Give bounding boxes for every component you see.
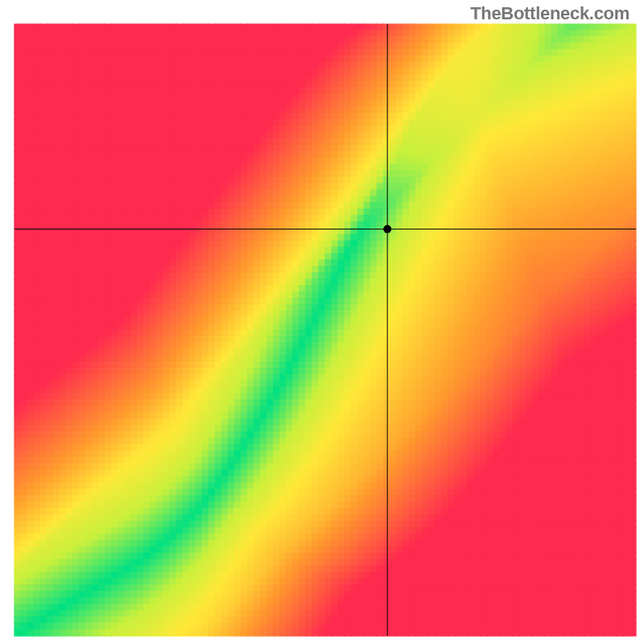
svg-rect-21 — [150, 23, 157, 31]
svg-rect-7407 — [111, 514, 118, 522]
svg-rect-59 — [396, 23, 403, 31]
svg-rect-7306 — [79, 508, 86, 515]
svg-rect-234 — [286, 36, 293, 43]
svg-rect-1452 — [92, 119, 99, 126]
svg-rect-5866 — [79, 412, 86, 419]
svg-rect-482 — [27, 56, 34, 63]
svg-rect-3312 — [324, 241, 332, 248]
svg-rect-892 — [196, 81, 203, 89]
svg-rect-8720 — [532, 597, 539, 605]
svg-rect-6172 — [196, 431, 203, 439]
svg-rect-8755 — [137, 604, 144, 611]
svg-rect-5404 — [196, 381, 203, 388]
svg-rect-7979 — [85, 552, 93, 559]
svg-rect-9117 — [616, 623, 623, 630]
svg-rect-3454 — [622, 246, 630, 254]
svg-rect-7762 — [545, 534, 552, 541]
svg-rect-5745 — [539, 399, 546, 407]
svg-rect-5056 — [428, 355, 436, 362]
svg-rect-6295 — [370, 438, 378, 445]
svg-rect-2191 — [526, 164, 533, 171]
svg-rect-5465 — [590, 381, 597, 388]
svg-rect-6420 — [558, 444, 565, 452]
svg-rect-559 — [526, 56, 533, 63]
svg-rect-269 — [513, 36, 520, 43]
svg-rect-2506 — [79, 189, 86, 196]
svg-rect-4156 — [196, 298, 203, 305]
svg-rect-8957 — [202, 617, 209, 624]
svg-rect-6446 — [105, 451, 112, 458]
svg-rect-5144 — [377, 361, 384, 369]
svg-rect-8001 — [228, 552, 235, 559]
svg-rect-7973 — [47, 552, 54, 559]
svg-rect-7365 — [460, 508, 468, 515]
svg-rect-378 — [597, 43, 604, 50]
svg-rect-3806 — [415, 272, 423, 279]
svg-rect-5407 — [215, 381, 222, 388]
svg-rect-45 — [305, 23, 312, 31]
svg-rect-8210 — [337, 565, 345, 572]
svg-rect-977 — [124, 88, 131, 95]
svg-rect-8933 — [47, 617, 54, 624]
svg-rect-6193 — [331, 431, 338, 439]
svg-rect-6328 — [584, 438, 591, 445]
svg-rect-5527 — [370, 387, 378, 394]
svg-rect-7643 — [396, 527, 403, 535]
svg-rect-551 — [473, 56, 481, 63]
svg-rect-8031 — [422, 552, 429, 559]
svg-rect-7825 — [331, 540, 338, 547]
svg-rect-8553 — [72, 591, 80, 598]
svg-rect-1574 — [260, 126, 267, 133]
svg-rect-665 — [590, 62, 597, 69]
svg-rect-6240 — [14, 438, 21, 445]
svg-rect-2498 — [27, 189, 34, 196]
svg-rect-5506 — [234, 387, 242, 394]
svg-rect-3870 — [208, 279, 216, 286]
svg-rect-617 — [279, 62, 287, 69]
svg-rect-7001 — [590, 482, 597, 489]
svg-rect-4022 — [571, 285, 578, 292]
svg-rect-249 — [383, 36, 390, 43]
svg-rect-4689 — [539, 329, 546, 336]
svg-rect-8745 — [72, 604, 80, 611]
svg-rect-5601 — [228, 394, 235, 401]
svg-rect-6649 — [175, 464, 183, 471]
svg-rect-904 — [273, 81, 280, 89]
svg-rect-4539 — [189, 323, 196, 330]
svg-rect-9138 — [130, 629, 138, 636]
svg-rect-3522 — [441, 253, 448, 260]
svg-rect-6084 — [247, 425, 254, 432]
svg-rect-4664 — [377, 329, 384, 336]
svg-rect-6058 — [79, 425, 86, 432]
svg-rect-2658 — [441, 196, 448, 203]
svg-rect-3687 — [266, 266, 274, 273]
svg-rect-2956 — [506, 215, 514, 222]
svg-rect-2438 — [260, 183, 267, 190]
svg-rect-3682 — [234, 266, 242, 273]
svg-rect-4828 — [196, 342, 203, 349]
svg-rect-1563 — [189, 126, 196, 133]
svg-rect-4385 — [435, 311, 442, 318]
svg-rect-8387 — [241, 578, 248, 585]
svg-rect-5138 — [337, 361, 345, 369]
svg-rect-8374 — [156, 578, 163, 585]
svg-rect-7492 — [40, 521, 47, 528]
svg-rect-3740 — [609, 266, 617, 273]
svg-rect-788 — [143, 75, 151, 82]
svg-rect-1167 — [111, 100, 118, 107]
svg-rect-1628 — [609, 126, 617, 133]
svg-rect-6848 — [221, 476, 229, 483]
svg-rect-4832 — [221, 342, 229, 349]
svg-rect-37 — [254, 23, 261, 31]
svg-rect-8968 — [273, 617, 280, 624]
svg-rect-8455 — [60, 584, 67, 592]
svg-rect-4487 — [473, 317, 481, 324]
svg-rect-1624 — [584, 126, 591, 133]
svg-rect-2526 — [208, 189, 216, 196]
svg-rect-1093 — [254, 93, 261, 101]
svg-rect-529 — [331, 56, 338, 63]
svg-rect-5732 — [454, 399, 461, 407]
svg-rect-262 — [467, 36, 474, 43]
svg-rect-4970 — [493, 349, 500, 356]
svg-rect-2264 — [377, 170, 384, 177]
